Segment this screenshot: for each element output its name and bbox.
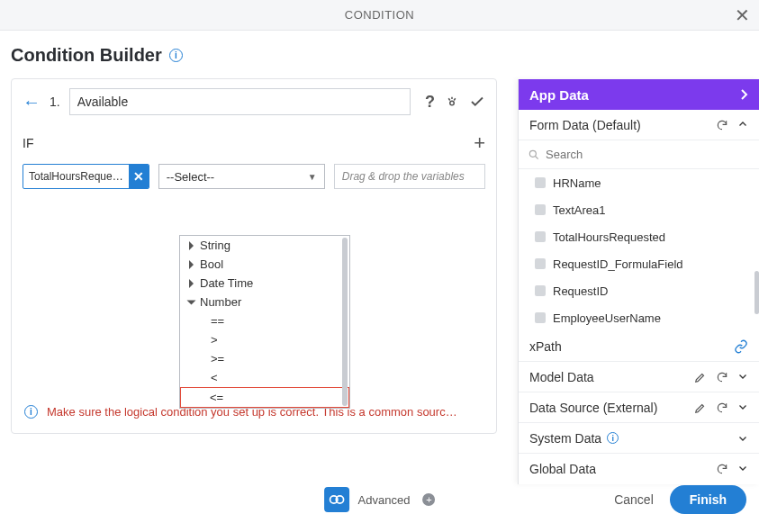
data-panel: App Data Form Data (Default) HRName <box>518 79 759 484</box>
page-title: Condition Builder <box>11 45 162 66</box>
chevron-right-icon <box>739 88 748 101</box>
field-icon <box>535 285 546 296</box>
chevron-down-icon: ▼ <box>308 172 317 182</box>
preview-icon[interactable] <box>444 94 460 110</box>
form-data-search <box>519 140 759 169</box>
chevron-down-icon[interactable] <box>737 401 748 414</box>
svg-point-0 <box>450 101 455 105</box>
field-icon <box>535 177 546 188</box>
add-condition-icon[interactable]: + <box>474 131 485 155</box>
field-icon <box>535 258 546 269</box>
dd-op-lt[interactable]: < <box>180 368 349 387</box>
condition-index: 1. <box>50 95 60 109</box>
field-employeeusername[interactable]: EmployeeUserName <box>519 304 759 331</box>
advanced-badge-icon[interactable] <box>324 487 349 512</box>
field-icon <box>535 312 546 323</box>
search-icon <box>528 149 540 161</box>
data-panel-header[interactable]: App Data <box>519 79 759 110</box>
field-icon <box>535 231 546 242</box>
dd-group-datetime[interactable]: Date Time <box>180 274 349 293</box>
field-textarea1[interactable]: TextArea1 <box>519 196 759 223</box>
dd-group-number[interactable]: Number <box>180 293 349 311</box>
confirm-icon[interactable] <box>469 94 485 110</box>
operator-dropdown: String Bool Date Time Number == > >= < <… <box>179 235 350 409</box>
field-totalhoursrequested[interactable]: TotalHoursRequested <box>519 223 759 250</box>
back-arrow-icon[interactable]: ← <box>23 92 41 113</box>
chevron-down-icon[interactable] <box>737 433 748 444</box>
section-form-data[interactable]: Form Data (Default) <box>519 110 759 140</box>
add-advanced-icon[interactable]: + <box>422 493 435 506</box>
info-icon[interactable]: i <box>169 49 183 62</box>
dd-group-bool[interactable]: Bool <box>180 255 349 274</box>
data-panel-title: App Data <box>529 87 589 103</box>
warning-info-icon: i <box>24 405 38 419</box>
dropdown-scrollbar[interactable] <box>342 238 348 406</box>
field-hrname[interactable]: HRName <box>519 169 759 196</box>
field-icon <box>535 204 546 215</box>
finish-button[interactable]: Finish <box>670 485 746 514</box>
dialog-title: CONDITION <box>345 8 414 22</box>
variable-token[interactable]: TotalHoursReque… ✕ <box>23 164 149 189</box>
refresh-icon[interactable] <box>716 119 728 131</box>
info-icon[interactable]: i <box>607 432 619 444</box>
svg-point-1 <box>529 150 536 157</box>
operator-select-label: --Select-- <box>167 170 214 184</box>
close-icon[interactable]: ✕ <box>735 5 750 26</box>
dd-op-lte[interactable]: <= <box>180 387 349 408</box>
right-panel-scrollbar[interactable] <box>754 271 759 314</box>
dd-op-gte[interactable]: >= <box>180 349 349 368</box>
section-model-data[interactable]: Model Data <box>519 362 759 392</box>
field-requestid[interactable]: RequestID <box>519 277 759 304</box>
section-xpath[interactable]: xPath <box>519 331 759 362</box>
remove-token-icon[interactable]: ✕ <box>129 164 149 189</box>
field-requestid-formulafield[interactable]: RequestID_FormulaField <box>519 250 759 277</box>
variable-token-label: TotalHoursReque… <box>23 170 129 183</box>
chevron-down-icon[interactable] <box>737 371 748 383</box>
section-data-source[interactable]: Data Source (External) <box>519 392 759 423</box>
dd-op-gt[interactable]: > <box>180 330 349 349</box>
search-input[interactable] <box>546 148 750 161</box>
help-icon[interactable]: ? <box>425 93 435 112</box>
edit-icon[interactable] <box>694 401 707 414</box>
dd-group-string[interactable]: String <box>180 236 349 255</box>
section-system-data[interactable]: System Data i <box>519 423 759 454</box>
cancel-button[interactable]: Cancel <box>614 492 654 507</box>
condition-name-input[interactable] <box>69 88 411 115</box>
dd-op-eq[interactable]: == <box>180 311 349 330</box>
operator-select[interactable]: --Select-- ▼ <box>158 164 325 189</box>
chevron-up-icon[interactable] <box>737 119 748 131</box>
if-label: IF <box>23 136 33 150</box>
refresh-icon[interactable] <box>716 401 728 414</box>
advanced-label: Advanced <box>358 493 411 507</box>
title-bar: CONDITION ✕ <box>0 0 759 31</box>
refresh-icon[interactable] <box>716 371 728 383</box>
dialog-footer: Advanced + Cancel Finish <box>0 467 759 532</box>
page-title-row: Condition Builder i <box>11 45 759 78</box>
value-drop-target[interactable]: Drag & drop the variables <box>334 164 485 189</box>
edit-icon[interactable] <box>694 371 707 383</box>
link-icon[interactable] <box>734 339 748 354</box>
